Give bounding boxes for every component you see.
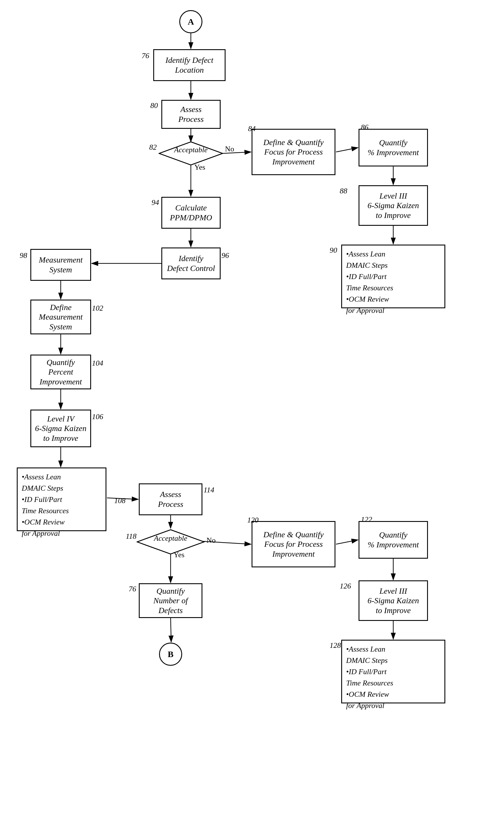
node-88-level3-kaizen: Level III6-Sigma Kaizento Improve [359,185,428,226]
tag-122: 122 [361,515,372,524]
tag-84: 84 [248,124,256,133]
node-104-quantify-percent: QuantifyPercentImprovement [30,355,91,389]
node-102-define-measurement: DefineMeasurementSystem [30,300,91,334]
node-108-bullet: •Assess LeanDMAIC Steps•ID Full/PartTime… [17,467,106,531]
tag-98: 98 [20,251,27,260]
tag-120: 120 [247,516,259,524]
tag-88: 88 [340,187,347,195]
node-96-label: IdentifyDefect Control [167,254,215,273]
node-120-label: Define & QuantifyFocus for ProcessImprov… [263,530,324,559]
svg-text:Acceptable: Acceptable [153,534,187,542]
start-circle-A: A [179,10,202,33]
node-86-quantify-improvement: Quantify% Improvement [359,129,428,166]
node-86-label: Quantify% Improvement [368,138,419,157]
node-76b-quantify-defects: QuantifyNumber ofDefects [139,583,202,618]
node-108-label: •Assess LeanDMAIC Steps•ID Full/PartTime… [22,473,69,537]
circle-A-label: A [188,17,194,27]
circle-B-label: B [168,649,173,659]
node-114-label: AssessProcess [158,489,183,509]
node-90-bullet: •Assess LeanDMAIC Steps•ID Full/PartTime… [341,245,445,308]
node-114-assess-process-2: AssessProcess [139,483,202,515]
node-126-label: Level III6-Sigma Kaizento Improve [368,586,419,616]
tag-76b: 76 [129,585,136,593]
node-128-bullet: •Assess LeanDMAIC Steps•ID Full/PartTime… [341,640,445,703]
node-94-label: CalculatePPM/DPMO [170,203,212,222]
node-80-label: AssessProcess [178,104,204,124]
node-104-label: QuantifyPercentImprovement [40,358,82,387]
diamond-82-acceptable: Acceptable [158,141,223,165]
tag-106: 106 [92,412,103,421]
no-label-82: No [225,145,234,153]
node-96-identify-defect-control: IdentifyDefect Control [161,248,221,279]
node-122-label: Quantify% Improvement [368,530,419,549]
tag-108: 108 [114,496,125,505]
svg-line-22 [171,618,171,642]
node-126-level3-kaizen-2: Level III6-Sigma Kaizento Improve [359,580,428,621]
node-88-label: Level III6-Sigma Kaizento Improve [368,191,419,220]
node-76-label: Identify DefectLocation [165,55,213,75]
end-circle-B: B [159,643,182,666]
node-98-measurement-system: MeasurementSystem [30,249,91,281]
node-80-assess-process: AssessProcess [161,100,221,129]
no-label-118: No [206,536,216,545]
node-106-label: Level IV6-Sigma Kaizento Improve [35,414,86,443]
node-84-label: Define & QuantifyFocus for ProcessImprov… [263,137,324,167]
svg-text:Acceptable: Acceptable [173,145,208,154]
flowchart-diagram: A Identify DefectLocation 76 AssessProce… [0,0,504,816]
tag-126: 126 [340,582,351,590]
svg-line-18 [336,540,358,544]
tag-104: 104 [92,359,103,368]
node-84-define-quantify: Define & QuantifyFocus for ProcessImprov… [252,129,335,175]
diamond-118-acceptable: Acceptable [136,529,205,554]
node-106-level4-kaizen: Level IV6-Sigma Kaizento Improve [30,410,91,447]
tag-96: 96 [221,251,229,260]
tag-128: 128 [330,641,341,650]
tag-118: 118 [126,532,136,541]
node-76-identify-defect: Identify DefectLocation [153,49,226,81]
tag-86: 86 [361,123,368,132]
tag-90: 90 [330,246,337,255]
node-90-label: •Assess LeanDMAIC Steps•ID Full/PartTime… [346,250,393,315]
tag-102: 102 [92,304,103,313]
tag-76: 76 [142,51,149,60]
tag-80: 80 [150,101,158,110]
node-98-label: MeasurementSystem [39,255,82,275]
node-120-define-quantify-2: Define & QuantifyFocus for ProcessImprov… [252,521,335,567]
node-76b-label: QuantifyNumber ofDefects [154,586,188,616]
svg-line-5 [336,148,358,152]
yes-label-82: Yes [194,163,205,172]
tag-82: 82 [149,143,157,152]
yes-label-118: Yes [173,550,184,559]
tag-94: 94 [152,198,159,207]
node-122-quantify-improvement-2: Quantify% Improvement [359,521,428,559]
node-102-label: DefineMeasurementSystem [39,303,82,332]
node-128-label: •Assess LeanDMAIC Steps•ID Full/PartTime… [346,645,393,710]
tag-114: 114 [204,486,214,494]
node-94-calculate-ppm: CalculatePPM/DPMO [161,197,221,229]
